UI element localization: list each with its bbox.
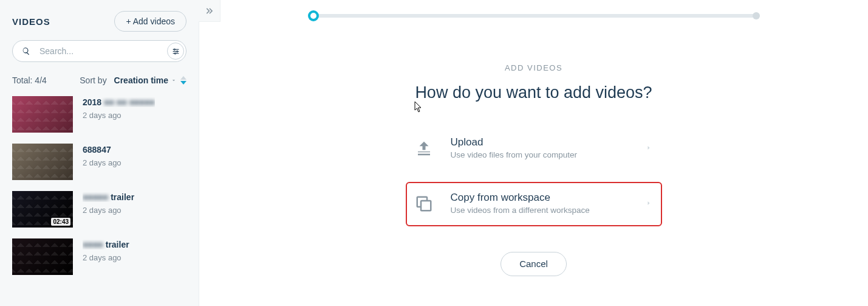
video-title: 688847 [83,145,121,155]
video-title: ■■■■■ trailer [83,192,134,202]
section-headline: How do you want to add videos? [224,83,844,102]
stepper-step-2 [753,12,760,19]
video-item[interactable]: ■■■■ trailer 2 days ago [12,238,186,275]
svg-point-4 [176,50,177,52]
add-videos-button[interactable]: + Add videos [114,11,186,32]
option-title: Upload [451,136,630,148]
add-method-options: Upload Use video files from your compute… [407,130,661,225]
video-list: 2018 ■■ ■■ ■■■■■ 2 days ago 688847 2 day… [12,96,186,275]
sort-by-label: Sort by [80,75,106,85]
app-root: VIDEOS + Add videos Total: 4/4 Sort by C… [0,0,868,306]
sort-desc-icon [180,81,186,85]
search-input[interactable] [12,40,186,62]
list-meta-row: Total: 4/4 Sort by Creation time [12,75,186,85]
sort-by-value: Creation time [114,75,168,85]
option-upload[interactable]: Upload Use video files from your compute… [407,130,661,167]
video-thumbnail [12,238,73,275]
svg-rect-7 [421,201,431,210]
sliders-icon [172,47,180,55]
section-eyebrow: ADD VIDEOS [224,63,844,72]
video-date: 2 days ago [83,206,134,215]
option-title: Copy from workspace [451,192,630,204]
stepper-step-1[interactable] [308,10,319,21]
video-item[interactable]: 2018 ■■ ■■ ■■■■■ 2 days ago [12,96,186,133]
progress-stepper [308,9,760,27]
video-title: 2018 ■■ ■■ ■■■■■ [83,97,155,107]
sort-by-button[interactable]: Sort by Creation time [80,75,177,85]
search-icon [22,47,30,55]
upload-icon [412,139,436,158]
option-subtitle: Use videos from a different workspace [451,205,630,217]
video-thumbnail [12,144,73,180]
video-date: 2 days ago [83,158,121,167]
sidebar-title: VIDEOS [12,16,50,27]
sidebar-header: VIDEOS + Add videos [12,11,186,32]
sort-asc-icon [180,76,186,80]
video-thumbnail [12,96,73,133]
chevron-right-icon [645,198,652,209]
video-thumbnail: 02:43 [12,191,73,228]
stepper-track [313,14,754,18]
video-item[interactable]: 688847 2 days ago [12,144,186,180]
sort-order-toggle[interactable] [180,76,186,85]
video-item[interactable]: 02:43 ■■■■■ trailer 2 days ago [12,191,186,228]
svg-point-3 [174,49,175,50]
video-date: 2 days ago [83,111,155,120]
main-panel: ADD VIDEOS How do you want to add videos… [199,0,868,306]
total-count: Total: 4/4 [12,75,47,85]
cancel-button[interactable]: Cancel [501,252,567,276]
filter-button[interactable] [167,43,184,60]
copy-icon [412,195,436,213]
search-container [12,40,186,62]
video-title: ■■■■ trailer [83,240,129,249]
video-timestamp: 02:43 [51,218,70,226]
chevron-down-icon [171,77,177,83]
chevron-right-icon [645,143,652,154]
option-copy-from-workspace[interactable]: Copy from workspace Use videos from a di… [407,183,661,225]
video-date: 2 days ago [83,253,129,262]
option-subtitle: Use video files from your computer [451,150,630,161]
svg-point-5 [174,52,176,54]
videos-sidebar: VIDEOS + Add videos Total: 4/4 Sort by C… [0,0,199,306]
